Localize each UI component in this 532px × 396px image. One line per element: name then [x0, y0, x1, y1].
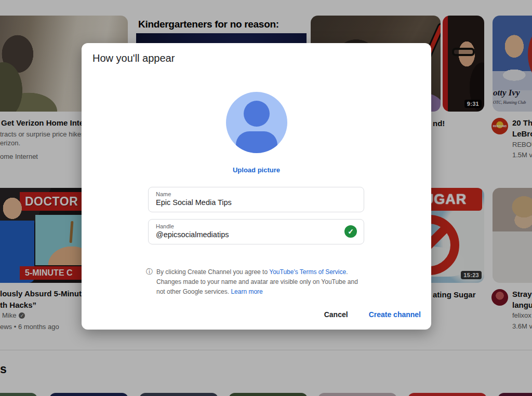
terms-disclaimer: ⓘ By clicking Create Channel you agree t…	[146, 267, 364, 297]
profile-avatar-placeholder	[226, 92, 287, 153]
handle-input[interactable]	[156, 230, 336, 240]
handle-field-label: Handle	[156, 223, 356, 230]
name-input[interactable]	[156, 198, 336, 208]
name-field-label: Name	[156, 191, 356, 198]
create-channel-button[interactable]: Create channel	[368, 308, 422, 321]
info-icon: ⓘ	[146, 267, 153, 297]
create-channel-dialog: How you'll appear Upload picture Name Ha…	[82, 43, 431, 330]
cancel-button[interactable]: Cancel	[323, 308, 349, 321]
disclaimer-text: By clicking Create Channel you agree to …	[156, 267, 364, 297]
disclaimer-part1: By clicking Create Channel you agree to	[156, 268, 269, 276]
learn-more-link[interactable]: Learn more	[231, 288, 262, 295]
tos-link[interactable]: YouTube's Terms of Service	[269, 268, 346, 276]
person-icon	[236, 131, 277, 153]
handle-valid-check-icon: ✓	[344, 225, 357, 238]
youtube-page: Kindergarteners for no reason: 9:31 otty…	[0, 0, 532, 396]
dialog-title: How you'll appear	[92, 52, 175, 64]
person-icon	[244, 101, 270, 127]
upload-picture-link[interactable]: Upload picture	[82, 166, 431, 174]
handle-field[interactable]: Handle ✓	[148, 219, 364, 244]
dialog-actions: Cancel Create channel	[323, 308, 422, 321]
name-field[interactable]: Name	[148, 187, 364, 212]
